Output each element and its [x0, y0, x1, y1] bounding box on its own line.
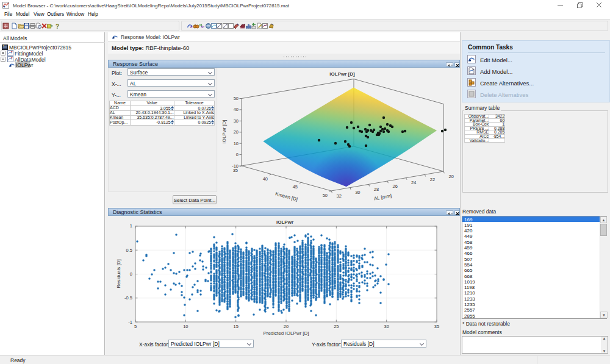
svg-text:20: 20	[284, 324, 289, 329]
svg-text:20: 20	[449, 174, 454, 179]
svg-text:40: 40	[234, 107, 239, 112]
svg-text:?: ?	[56, 23, 59, 30]
svg-text:35: 35	[233, 168, 238, 173]
svg-text:5: 5	[134, 324, 137, 329]
svg-text:IOLPwr: IOLPwr	[276, 219, 293, 225]
svg-text:0: 0	[236, 152, 239, 157]
svg-text:35: 35	[434, 324, 439, 329]
svg-text:24: 24	[411, 180, 416, 185]
svg-text:25: 25	[334, 324, 339, 329]
svg-text:20: 20	[234, 129, 239, 135]
svg-text:30: 30	[355, 190, 360, 195]
svg-text:-1: -1	[128, 319, 132, 325]
svg-text:10: 10	[234, 141, 239, 146]
svg-text:30: 30	[384, 324, 389, 329]
svg-text:30: 30	[234, 118, 239, 124]
svg-text:0: 0	[130, 271, 132, 277]
svg-text:45: 45	[293, 184, 298, 190]
svg-text:Residuals [D]: Residuals [D]	[116, 259, 121, 288]
svg-text:50: 50	[323, 193, 328, 198]
svg-text:28: 28	[374, 187, 379, 192]
svg-text:Predicted IOLPwr [D]: Predicted IOLPwr [D]	[263, 330, 309, 336]
svg-text:0.5: 0.5	[126, 248, 132, 253]
svg-text:-0.5: -0.5	[124, 295, 132, 301]
svg-text:1: 1	[130, 223, 132, 229]
svg-text:50: 50	[234, 96, 239, 101]
svg-text:15: 15	[234, 324, 239, 329]
svg-text:22: 22	[430, 177, 435, 182]
svg-text:IOLPwr [D]: IOLPwr [D]	[329, 71, 355, 77]
svg-text:40: 40	[263, 176, 268, 182]
svg-text:32: 32	[337, 193, 342, 199]
svg-text:26: 26	[393, 184, 398, 189]
svg-text:10: 10	[183, 324, 188, 329]
svg-text:IOLPwr [D]: IOLPwr [D]	[221, 120, 227, 143]
